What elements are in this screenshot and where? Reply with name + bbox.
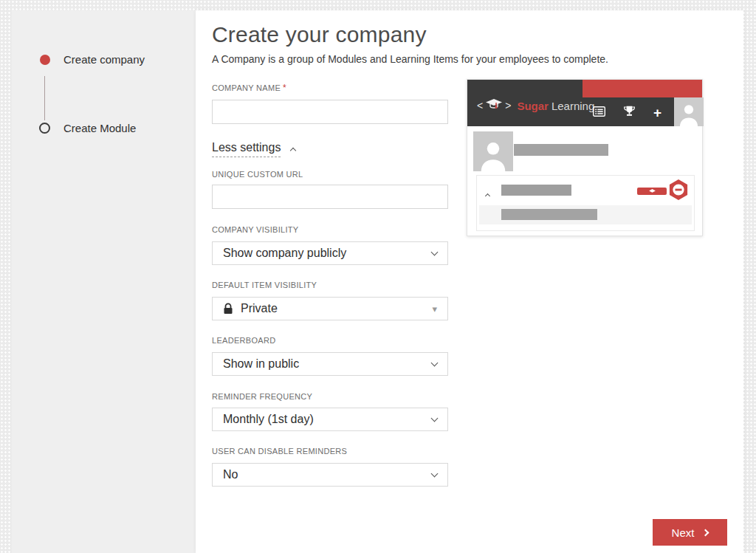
step-label: Create Module (63, 122, 136, 134)
chevron-down-icon (431, 470, 439, 477)
company-name-label: COMPANY NAME* (212, 83, 286, 93)
user-can-disable-reminders-label: USER CAN DISABLE REMINDERS (212, 447, 347, 456)
chevron-down-icon (431, 248, 439, 255)
less-settings-toggle[interactable]: Less settings (212, 141, 295, 157)
brand-primary: Sugar (517, 100, 549, 112)
required-asterisk: * (283, 83, 286, 93)
active-step-dot-icon (40, 55, 50, 65)
logo-left-angle: < (477, 100, 483, 111)
step-label: Create company (63, 53, 145, 66)
list-icon (593, 106, 605, 120)
learning-item-row (479, 205, 692, 224)
lock-icon (223, 303, 233, 315)
main-panel: Create your company A Company is a group… (196, 10, 743, 553)
header-avatar (674, 97, 704, 126)
company-preview-card: < > SugarLearning + (467, 79, 703, 236)
plus-icon: + (653, 106, 662, 120)
page-title: Create your company (212, 22, 427, 47)
profile-name-placeholder-bar (514, 144, 608, 156)
graduation-cap-icon (486, 99, 502, 112)
module-title-placeholder-bar (501, 185, 571, 196)
next-button[interactable]: Next (653, 519, 727, 546)
collapse-caret-icon (486, 188, 489, 201)
company-visibility-label: COMPANY VISIBILITY (212, 225, 298, 234)
module-badge (637, 188, 667, 195)
default-item-visibility-value: Private (241, 302, 432, 315)
chevron-up-icon (290, 148, 296, 154)
chevron-right-icon (702, 529, 709, 536)
company-visibility-value: Show company publicly (223, 247, 432, 260)
reminder-frequency-label: REMINDER FREQUENCY (212, 392, 312, 401)
preview-header-bar: < > SugarLearning + (467, 80, 702, 126)
less-settings-label: Less settings (212, 141, 281, 157)
reminder-frequency-value: Monthly (1st day) (223, 413, 432, 426)
chevron-down-icon (431, 414, 439, 422)
inactive-step-dot-icon (39, 123, 50, 134)
sugarlearning-logo: < > SugarLearning (477, 99, 594, 112)
triangle-down-icon: ▾ (432, 304, 437, 314)
reminder-frequency-select[interactable]: Monthly (1st day) (212, 408, 448, 431)
default-item-visibility-label: DEFAULT ITEM VISIBILITY (212, 281, 317, 289)
step-create-company[interactable]: Create company (40, 53, 145, 66)
leaderboard-label: LEADERBOARD (212, 336, 275, 345)
trophy-icon (623, 106, 636, 120)
logo-right-angle: > (505, 100, 511, 111)
step-connector-line (44, 76, 45, 120)
leaderboard-value: Show in public (223, 357, 432, 371)
step-create-module[interactable]: Create Module (39, 122, 136, 134)
restricted-hexagon-icon (667, 179, 690, 204)
preview-header-icons: + (593, 106, 662, 120)
learning-item-placeholder-bar (501, 209, 597, 220)
preview-module-list (476, 175, 695, 231)
profile-avatar-placeholder (473, 131, 513, 171)
custom-url-input[interactable] (212, 185, 448, 209)
preview-red-banner (583, 80, 702, 97)
company-visibility-select[interactable]: Show company publicly (212, 241, 448, 265)
page-subtitle: A Company is a group of Modules and Lear… (212, 53, 608, 65)
user-can-disable-reminders-select[interactable]: No (212, 463, 448, 487)
company-name-input[interactable] (212, 100, 448, 124)
custom-url-label: UNIQUE CUSTOM URL (212, 170, 303, 179)
user-can-disable-reminders-value: No (223, 468, 432, 481)
default-item-visibility-select[interactable]: Private ▾ (212, 297, 448, 320)
leaderboard-select[interactable]: Show in public (212, 352, 448, 376)
brand-secondary: Learning (551, 100, 594, 112)
next-button-label: Next (672, 526, 695, 539)
chevron-down-icon (431, 359, 439, 366)
wizard-sidebar: Create company Create Module (12, 10, 196, 553)
